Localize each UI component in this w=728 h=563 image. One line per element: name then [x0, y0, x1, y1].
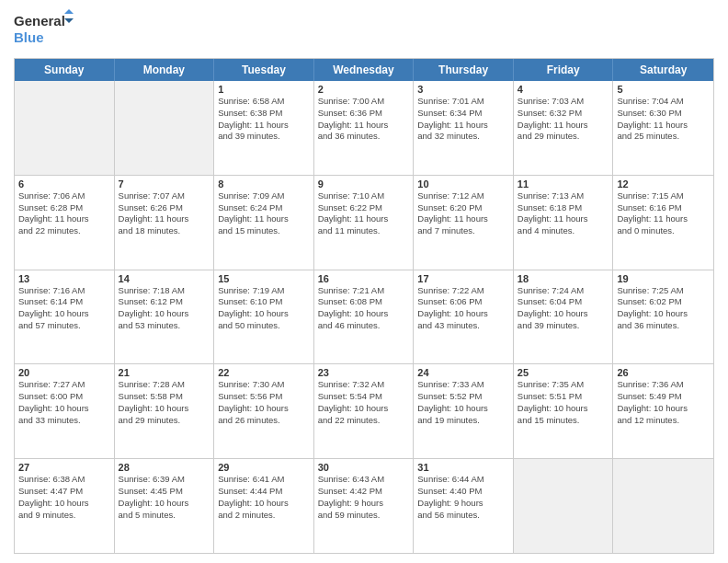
cal-cell-r3-c5: 25Sunrise: 7:35 AM Sunset: 5:51 PM Dayli… [514, 364, 614, 458]
day-info: Sunrise: 7:22 AM Sunset: 6:06 PM Dayligh… [417, 285, 509, 332]
day-info: Sunrise: 7:00 AM Sunset: 6:36 PM Dayligh… [318, 96, 410, 143]
day-number: 22 [218, 367, 310, 378]
day-number: 4 [518, 84, 609, 95]
day-info: Sunrise: 7:18 AM Sunset: 6:12 PM Dayligh… [119, 285, 210, 332]
weekday-header-thursday: Thursday [414, 59, 514, 81]
cal-cell-r3-c0: 20Sunrise: 7:27 AM Sunset: 6:00 PM Dayli… [15, 364, 115, 458]
day-number: 16 [318, 273, 410, 284]
cal-cell-r2-c5: 18Sunrise: 7:24 AM Sunset: 6:04 PM Dayli… [514, 270, 614, 364]
calendar-body: 1Sunrise: 6:58 AM Sunset: 6:38 PM Daylig… [15, 81, 713, 553]
day-info: Sunrise: 7:01 AM Sunset: 6:34 PM Dayligh… [417, 96, 509, 143]
weekday-header-friday: Friday [514, 59, 614, 81]
cal-cell-r0-c0 [15, 81, 115, 175]
day-number: 11 [518, 178, 609, 190]
cal-cell-r4-c1: 28Sunrise: 6:39 AM Sunset: 4:45 PM Dayli… [115, 459, 215, 553]
day-number: 9 [318, 178, 410, 190]
day-number: 13 [18, 273, 110, 284]
day-number: 28 [119, 462, 210, 473]
day-info: Sunrise: 6:58 AM Sunset: 6:38 PM Dayligh… [218, 96, 310, 143]
cal-cell-r4-c2: 29Sunrise: 6:41 AM Sunset: 4:44 PM Dayli… [214, 459, 314, 553]
cal-cell-r0-c6: 5Sunrise: 7:04 AM Sunset: 6:30 PM Daylig… [613, 81, 713, 175]
day-number: 10 [417, 178, 509, 190]
day-number: 17 [417, 273, 509, 284]
cal-cell-r1-c4: 10Sunrise: 7:12 AM Sunset: 6:20 PM Dayli… [414, 176, 514, 270]
calendar-row-4: 27Sunrise: 6:38 AM Sunset: 4:47 PM Dayli… [15, 458, 713, 553]
day-info: Sunrise: 7:03 AM Sunset: 6:32 PM Dayligh… [518, 96, 609, 143]
day-number: 26 [617, 367, 710, 378]
day-info: Sunrise: 7:12 AM Sunset: 6:20 PM Dayligh… [417, 190, 509, 237]
header: General Blue [14, 9, 714, 51]
day-info: Sunrise: 6:43 AM Sunset: 4:42 PM Dayligh… [318, 474, 410, 521]
weekday-header-monday: Monday [115, 59, 215, 81]
day-info: Sunrise: 6:38 AM Sunset: 4:47 PM Dayligh… [18, 474, 110, 521]
cal-cell-r2-c0: 13Sunrise: 7:16 AM Sunset: 6:14 PM Dayli… [15, 270, 115, 364]
day-number: 8 [218, 178, 310, 190]
cal-cell-r3-c3: 23Sunrise: 7:32 AM Sunset: 5:54 PM Dayli… [314, 364, 415, 458]
calendar: SundayMondayTuesdayWednesdayThursdayFrid… [14, 58, 714, 554]
day-info: Sunrise: 7:28 AM Sunset: 5:58 PM Dayligh… [119, 379, 210, 426]
day-info: Sunrise: 7:27 AM Sunset: 6:00 PM Dayligh… [18, 379, 110, 426]
day-info: Sunrise: 7:04 AM Sunset: 6:30 PM Dayligh… [617, 96, 710, 143]
logo: General Blue [14, 9, 78, 51]
calendar-header: SundayMondayTuesdayWednesdayThursdayFrid… [15, 59, 713, 81]
cal-cell-r4-c0: 27Sunrise: 6:38 AM Sunset: 4:47 PM Dayli… [15, 459, 115, 553]
weekday-header-tuesday: Tuesday [214, 59, 314, 81]
cal-cell-r1-c1: 7Sunrise: 7:07 AM Sunset: 6:26 PM Daylig… [115, 176, 215, 270]
cal-cell-r1-c5: 11Sunrise: 7:13 AM Sunset: 6:18 PM Dayli… [514, 176, 614, 270]
day-info: Sunrise: 7:21 AM Sunset: 6:08 PM Dayligh… [318, 285, 410, 332]
day-number: 2 [318, 84, 410, 95]
cal-cell-r4-c4: 31Sunrise: 6:44 AM Sunset: 4:40 PM Dayli… [414, 459, 514, 553]
cal-cell-r3-c2: 22Sunrise: 7:30 AM Sunset: 5:56 PM Dayli… [214, 364, 314, 458]
day-number: 14 [119, 273, 210, 284]
day-info: Sunrise: 6:41 AM Sunset: 4:44 PM Dayligh… [218, 474, 310, 521]
cal-cell-r0-c2: 1Sunrise: 6:58 AM Sunset: 6:38 PM Daylig… [214, 81, 314, 175]
day-number: 23 [318, 367, 410, 378]
cal-cell-r1-c6: 12Sunrise: 7:15 AM Sunset: 6:16 PM Dayli… [613, 176, 713, 270]
cal-cell-r0-c4: 3Sunrise: 7:01 AM Sunset: 6:34 PM Daylig… [414, 81, 514, 175]
svg-marker-2 [64, 9, 74, 14]
cal-cell-r3-c6: 26Sunrise: 7:36 AM Sunset: 5:49 PM Dayli… [613, 364, 713, 458]
svg-marker-3 [64, 18, 74, 23]
svg-text:General: General [14, 13, 65, 29]
weekday-header-wednesday: Wednesday [314, 59, 415, 81]
day-number: 6 [18, 178, 110, 190]
day-info: Sunrise: 7:16 AM Sunset: 6:14 PM Dayligh… [18, 285, 110, 332]
day-info: Sunrise: 7:30 AM Sunset: 5:56 PM Dayligh… [218, 379, 310, 426]
day-number: 7 [119, 178, 210, 190]
day-info: Sunrise: 6:39 AM Sunset: 4:45 PM Dayligh… [119, 474, 210, 521]
calendar-row-2: 13Sunrise: 7:16 AM Sunset: 6:14 PM Dayli… [15, 270, 713, 364]
day-number: 15 [218, 273, 310, 284]
cal-cell-r3-c4: 24Sunrise: 7:33 AM Sunset: 5:52 PM Dayli… [414, 364, 514, 458]
day-number: 27 [18, 462, 110, 473]
cal-cell-r0-c5: 4Sunrise: 7:03 AM Sunset: 6:32 PM Daylig… [514, 81, 614, 175]
day-number: 5 [617, 84, 710, 95]
day-info: Sunrise: 7:19 AM Sunset: 6:10 PM Dayligh… [218, 285, 310, 332]
cal-cell-r3-c1: 21Sunrise: 7:28 AM Sunset: 5:58 PM Dayli… [115, 364, 215, 458]
day-number: 24 [417, 367, 509, 378]
cal-cell-r0-c3: 2Sunrise: 7:00 AM Sunset: 6:36 PM Daylig… [314, 81, 415, 175]
day-info: Sunrise: 7:32 AM Sunset: 5:54 PM Dayligh… [318, 379, 410, 426]
day-info: Sunrise: 7:07 AM Sunset: 6:26 PM Dayligh… [119, 190, 210, 237]
cal-cell-r1-c3: 9Sunrise: 7:10 AM Sunset: 6:22 PM Daylig… [314, 176, 415, 270]
day-number: 12 [617, 178, 710, 190]
cal-cell-r4-c5 [514, 459, 614, 553]
day-number: 19 [617, 273, 710, 284]
day-info: Sunrise: 6:44 AM Sunset: 4:40 PM Dayligh… [417, 474, 509, 521]
day-number: 18 [518, 273, 609, 284]
svg-text:Blue: Blue [14, 29, 44, 45]
day-info: Sunrise: 7:35 AM Sunset: 5:51 PM Dayligh… [518, 379, 609, 426]
day-number: 3 [417, 84, 509, 95]
weekday-header-sunday: Sunday [15, 59, 115, 81]
day-info: Sunrise: 7:33 AM Sunset: 5:52 PM Dayligh… [417, 379, 509, 426]
day-number: 21 [119, 367, 210, 378]
day-number: 25 [518, 367, 609, 378]
cal-cell-r2-c1: 14Sunrise: 7:18 AM Sunset: 6:12 PM Dayli… [115, 270, 215, 364]
cal-cell-r2-c3: 16Sunrise: 7:21 AM Sunset: 6:08 PM Dayli… [314, 270, 415, 364]
day-info: Sunrise: 7:10 AM Sunset: 6:22 PM Dayligh… [318, 190, 410, 237]
calendar-row-1: 6Sunrise: 7:06 AM Sunset: 6:28 PM Daylig… [15, 175, 713, 270]
day-info: Sunrise: 7:36 AM Sunset: 5:49 PM Dayligh… [617, 379, 710, 426]
day-number: 20 [18, 367, 110, 378]
cal-cell-r1-c2: 8Sunrise: 7:09 AM Sunset: 6:24 PM Daylig… [214, 176, 314, 270]
day-number: 30 [318, 462, 410, 473]
day-number: 31 [417, 462, 509, 473]
